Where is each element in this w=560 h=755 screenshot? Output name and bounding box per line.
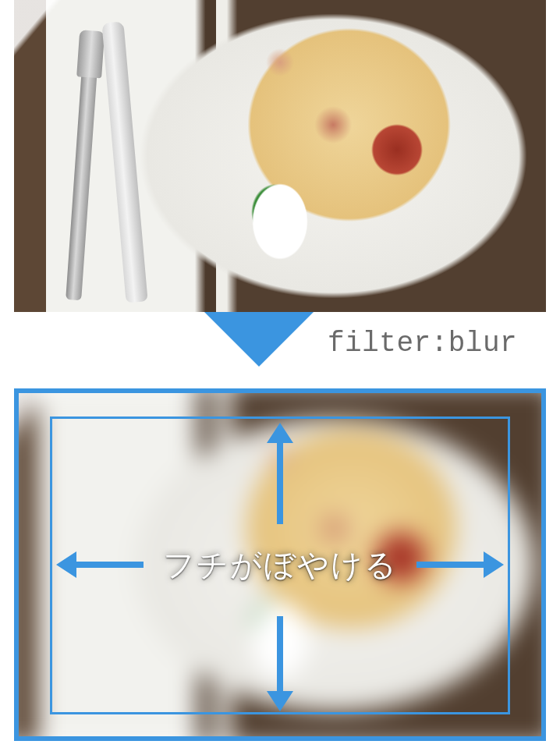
original-photo: [14, 0, 546, 312]
blurred-photo: フチがぼやける: [14, 388, 546, 741]
overlay-caption: フチがぼやける: [163, 544, 398, 587]
edge-arrow-right-icon: [416, 559, 504, 570]
edge-arrow-up-icon: [275, 423, 285, 524]
filter-code-label: filter:blur: [328, 328, 517, 360]
arrow-down-icon: [204, 312, 314, 367]
edge-arrow-down-icon: [275, 616, 285, 711]
edge-arrow-left-icon: [56, 559, 144, 570]
